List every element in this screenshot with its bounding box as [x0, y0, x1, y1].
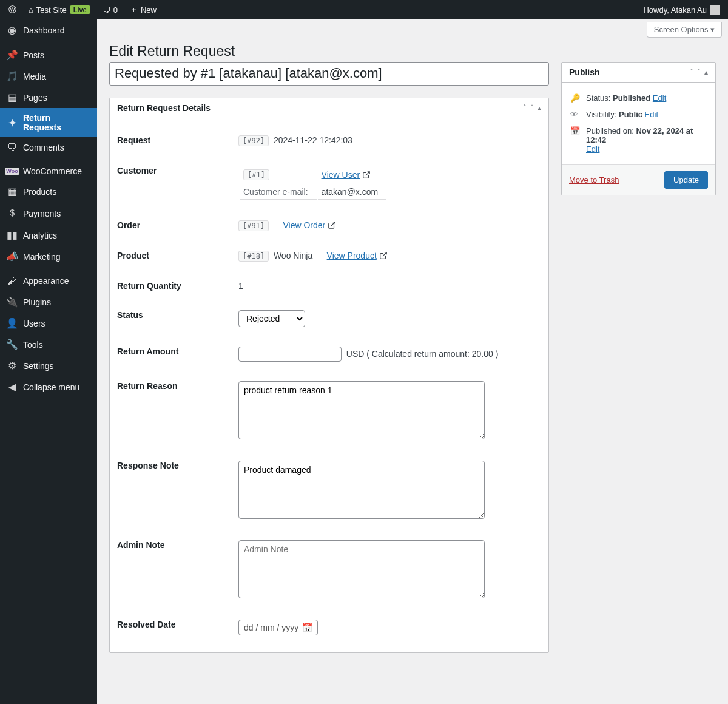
sidebar-item-posts[interactable]: 📌Posts — [0, 44, 97, 66]
toggle-icon[interactable]: ▴ — [538, 104, 541, 112]
sidebar-item-marketing[interactable]: 📣Marketing — [0, 246, 97, 267]
label-return-qty: Return Quantity — [117, 281, 238, 291]
label-product: Product — [117, 251, 238, 262]
calendar-icon: 📅 — [570, 126, 580, 135]
main-content: Screen Options ▾ Edit Return Request Ret… — [97, 19, 728, 677]
sidebar-item-settings[interactable]: ⚙Settings — [0, 355, 97, 376]
sidebar-item-comments[interactable]: 🗨Comments — [0, 137, 97, 158]
payments-icon: ＄ — [6, 207, 18, 220]
label-order: Order — [117, 220, 238, 231]
rocket-icon: ✦ — [6, 117, 18, 129]
move-down-icon[interactable]: ˅ — [530, 104, 534, 112]
move-to-trash-link[interactable]: Move to Trash — [569, 175, 619, 184]
publish-box-title: Publish — [569, 67, 600, 77]
comments-icon: 🗨 — [6, 142, 18, 153]
dashboard-icon: ◉ — [6, 24, 18, 36]
move-up-icon[interactable]: ˄ — [690, 68, 693, 76]
media-icon: 🎵 — [6, 70, 18, 82]
site-name: Test Site — [36, 5, 67, 15]
page-icon: ▤ — [6, 92, 18, 103]
sidebar-item-tools[interactable]: 🔧Tools — [0, 334, 97, 355]
sidebar-item-woocommerce[interactable]: WooWooCommerce — [0, 161, 97, 181]
resolved-date-input[interactable]: dd / mm / yyyy 📅 — [238, 620, 318, 635]
plus-icon: ＋ — [130, 4, 138, 15]
sidebar-item-media[interactable]: 🎵Media — [0, 66, 97, 87]
return-qty-value: 1 — [238, 281, 541, 291]
customer-id-badge: [#1] — [243, 169, 269, 180]
new-content-link[interactable]: ＋ New — [126, 0, 160, 19]
label-request: Request — [117, 135, 238, 146]
customer-email-label: Customer e-mail: — [240, 184, 317, 200]
sidebar-item-return-requests[interactable]: ✦Return Requests — [0, 108, 97, 137]
comments-link[interactable]: 🗨 0 — [99, 0, 121, 19]
svg-line-2 — [383, 252, 386, 256]
visibility-value: Public — [619, 110, 642, 119]
megaphone-icon: 📣 — [6, 251, 18, 262]
admin-note-textarea[interactable] — [238, 540, 485, 598]
move-down-icon[interactable]: ˅ — [697, 68, 701, 76]
toggle-icon[interactable]: ▴ — [704, 68, 708, 76]
status-label: Status: — [586, 93, 610, 103]
sidebar-item-pages[interactable]: ▤Pages — [0, 87, 97, 108]
order-id-badge: [#91] — [238, 220, 269, 231]
analytics-icon: ▮▮ — [6, 229, 18, 241]
comments-count: 0 — [113, 5, 118, 15]
amount-currency: USD — [346, 349, 365, 359]
howdy-text: Howdy, Atakan Au — [643, 5, 707, 15]
wordpress-icon: ⓦ — [8, 4, 16, 15]
edit-status-link[interactable]: Edit — [653, 93, 666, 103]
sidebar-item-dashboard[interactable]: ◉Dashboard — [0, 19, 97, 41]
svg-line-0 — [366, 172, 369, 175]
move-up-icon[interactable]: ˄ — [523, 104, 527, 112]
products-icon: ▦ — [6, 186, 18, 197]
account-link[interactable]: Howdy, Atakan Au — [639, 0, 723, 19]
sidebar-collapse[interactable]: ◀Collapse menu — [0, 376, 97, 398]
return-reason-textarea[interactable]: product return reason 1 — [238, 381, 485, 439]
request-id-badge: [#92] — [238, 135, 269, 146]
return-request-details-box: Return Request Details ˄ ˅ ▴ Request [#9… — [109, 98, 549, 653]
request-date: 2024-11-22 12:42:03 — [274, 135, 352, 145]
collapse-icon: ◀ — [6, 381, 18, 393]
svg-line-1 — [331, 222, 335, 226]
brush-icon: 🖌 — [6, 276, 18, 286]
external-link-icon — [328, 221, 336, 229]
sidebar-item-appearance[interactable]: 🖌Appearance — [0, 271, 97, 291]
status-select[interactable]: Rejected — [238, 310, 305, 327]
label-return-reason: Return Reason — [117, 381, 238, 441]
wrench-icon: 🔧 — [6, 339, 18, 350]
sliders-icon: ⚙ — [6, 360, 18, 371]
key-icon: 🔑 — [570, 93, 580, 103]
publish-box: Publish ˄ ˅ ▴ 🔑 Status: Published Edit — [561, 62, 716, 195]
sidebar-item-users[interactable]: 👤Users — [0, 313, 97, 334]
view-product-link[interactable]: View Product — [327, 251, 388, 260]
post-title-input[interactable] — [109, 62, 549, 86]
product-name: Woo Ninja — [274, 251, 312, 260]
response-note-textarea[interactable]: Product damaged — [238, 461, 485, 519]
live-badge: Live — [70, 5, 90, 14]
wp-logo[interactable]: ⓦ — [5, 0, 20, 19]
return-amount-input[interactable] — [238, 347, 342, 362]
pin-icon: 📌 — [6, 49, 18, 61]
eye-icon: 👁 — [570, 110, 580, 119]
edit-visibility-link[interactable]: Edit — [645, 110, 658, 119]
view-order-link[interactable]: View Order — [283, 220, 336, 230]
customer-email-value: atakan@x.com — [318, 184, 387, 200]
sidebar-item-payments[interactable]: ＄Payments — [0, 202, 97, 225]
label-customer: Customer — [117, 166, 238, 201]
edit-date-link[interactable]: Edit — [586, 144, 599, 154]
screen-options-toggle[interactable]: Screen Options ▾ — [647, 22, 722, 38]
home-icon: ⌂ — [29, 5, 33, 15]
calendar-icon: 📅 — [302, 623, 312, 632]
user-icon: 👤 — [6, 317, 18, 329]
avatar — [710, 5, 720, 15]
sidebar-item-products[interactable]: ▦Products — [0, 181, 97, 202]
comment-icon: 🗨 — [103, 5, 110, 15]
label-status: Status — [117, 310, 238, 327]
sidebar-item-analytics[interactable]: ▮▮Analytics — [0, 225, 97, 246]
sidebar-item-plugins[interactable]: 🔌Plugins — [0, 291, 97, 313]
plug-icon: 🔌 — [6, 296, 18, 308]
update-button[interactable]: Update — [664, 171, 708, 189]
view-user-link[interactable]: View User — [322, 170, 371, 180]
label-response-note: Response Note — [117, 461, 238, 521]
site-link[interactable]: ⌂ Test Site Live — [25, 0, 94, 19]
